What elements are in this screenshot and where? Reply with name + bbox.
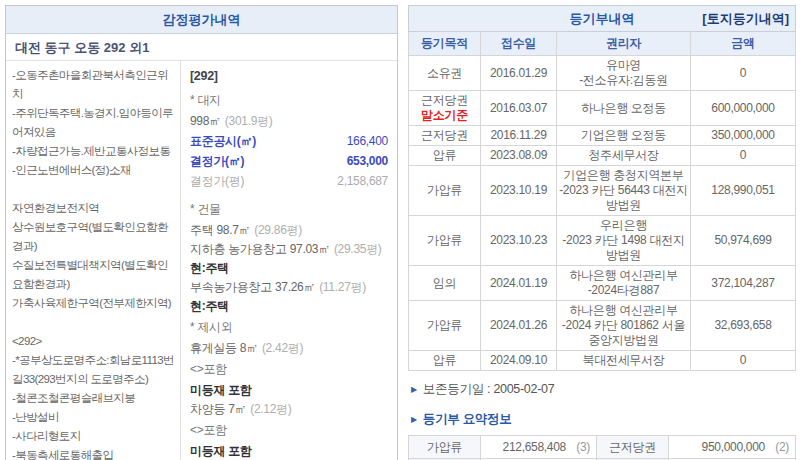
- area-value: 부속농가용창고 37.26㎡: [190, 280, 315, 294]
- col-header-purpose: 등기목적: [409, 32, 481, 56]
- price-label: 결정가(㎡): [190, 152, 244, 171]
- cell-amount: 128,990,051: [691, 166, 796, 216]
- appraisal-panel-title: 감정평가내역: [6, 6, 397, 34]
- area-pyeong: (2.42평): [262, 341, 303, 355]
- current-use-label: 현:주택: [190, 297, 388, 316]
- holder-line: -2023 카단 56443 대전지방법원: [559, 183, 688, 213]
- area-value: 차양등 7㎡: [190, 402, 246, 416]
- cancellation-base-label: 말소기준: [411, 108, 478, 123]
- registry-table: 등기목적 접수일 권리자 금액 소유권 2016.01.29 유마영-전소유자:…: [408, 31, 796, 371]
- note-line-blank: [12, 180, 178, 199]
- col-header-date: 접수일: [481, 32, 557, 56]
- summary-count: (3): [566, 439, 590, 455]
- holder-line: -2023 카단 1498 대전지방법원: [559, 233, 688, 263]
- note-line: -오동주촌마을회관북서측인근위치: [12, 66, 178, 104]
- case-number: -2024타경887: [559, 283, 688, 298]
- appraisal-notes-column: -오동주촌마을회관북서측인근위치 -주위단독주택.농경지.임야등이루어져있음 -…: [6, 61, 181, 460]
- cell-holder: 유마영-전소유자:김동원: [557, 56, 691, 91]
- area-value: 998㎡: [190, 114, 221, 128]
- preservation-date-line: ▶ 보존등기일 : 2005-02-07: [411, 381, 796, 398]
- preservation-date-text: 보존등기일 : 2005-02-07: [423, 381, 554, 398]
- cell-purpose: 근저당권: [409, 126, 481, 146]
- area-value: 휴게실등 8㎡: [190, 341, 258, 355]
- note-line: -북동측세로통해출입: [12, 446, 178, 460]
- cell-holder: 하나은행 여신관리부-2024 카단 801862 서울중앙지방법원: [557, 301, 691, 351]
- note-line: 가축사육제한구역(전부제한지역): [12, 294, 178, 313]
- section-label-extra: * 제시외: [190, 318, 388, 337]
- summary-amount-value: 212,658,408: [503, 440, 566, 454]
- table-row: 소유권 2016.01.29 유마영-전소유자:김동원 0: [409, 56, 796, 91]
- cell-purpose: 임의: [409, 266, 481, 301]
- summary-title-text: 등기부 요약정보: [423, 411, 512, 428]
- included-label: <>포함: [190, 421, 388, 440]
- note-line: -철콘조철콘평슬래브지붕: [12, 389, 178, 408]
- table-row: 근저당권말소기준 2016.03.07 하나은행 오정동 600,000,000: [409, 91, 796, 126]
- registry-panel: 등기부내역 [토지등기내역] 등기목적 접수일 권리자 금액 소유권 2016.…: [408, 5, 796, 460]
- building-area-line: 부속농가용창고 37.26㎡(11.27평): [190, 278, 388, 297]
- land-area-line: 998㎡(301.9평): [190, 112, 388, 131]
- cell-amount: 372,104,287: [691, 266, 796, 301]
- table-header-row: 등기목적 접수일 권리자 금액: [409, 32, 796, 56]
- note-line: 자연환경보전지역: [12, 199, 178, 218]
- cell-date: 2016.01.29: [481, 56, 557, 91]
- current-use-label: 현:주택: [190, 259, 388, 278]
- extra-area-line: 차양등 7㎡(2.12평): [190, 400, 388, 419]
- table-row: 가압류 2023.10.23 우리은행-2023 카단 1498 대전지방법원 …: [409, 216, 796, 266]
- cell-date: 2024.01.19: [481, 266, 557, 301]
- cell-holder: 기업은행 충청지역본부-2023 카단 56443 대전지방법원: [557, 166, 691, 216]
- extra-area-line: 휴게실등 8㎡(2.42평): [190, 339, 388, 358]
- bullet-triangle-icon: ▶: [411, 415, 417, 424]
- summary-label: 근저당권: [597, 436, 669, 459]
- cell-amount: 50,974,699: [691, 216, 796, 266]
- decided-price-pyeong-row: 결정가(평)2,158,687: [190, 172, 388, 191]
- cell-amount: 350,000,000: [691, 126, 796, 146]
- unregistered-label: 미등재 포함: [190, 381, 388, 400]
- official-price-row: 표준공시(㎡)166,400: [190, 132, 388, 151]
- area-pyeong: (29.86평): [254, 223, 302, 237]
- note-line: -난방설비: [12, 408, 178, 427]
- price-label: 표준공시(㎡): [190, 132, 256, 151]
- appraisal-body: -오동주촌마을회관북서측인근위치 -주위단독주택.농경지.임야등이루어져있음 -…: [6, 61, 397, 460]
- cell-amount: 0: [691, 146, 796, 166]
- included-label: <>포함: [190, 360, 388, 379]
- table-row: 압류 2024.09.10 북대전세무서장 0: [409, 351, 796, 371]
- cell-date: 2016.03.07: [481, 91, 557, 126]
- note-line: -사다리형토지: [12, 427, 178, 446]
- note-line: 수질보전특별대책지역(별도확인요함환경과): [12, 256, 178, 294]
- summary-label: 가압류: [409, 436, 481, 459]
- price-value: 653,000: [347, 152, 388, 171]
- cell-holder: 기업은행 오정동: [557, 126, 691, 146]
- cell-amount: 600,000,000: [691, 91, 796, 126]
- holder-line: 하나은행 여신관리부: [559, 303, 688, 318]
- note-line: 상수원보호구역(별도확인요함환경과): [12, 218, 178, 256]
- summary-row: 가압류 212,658,408(3) 근저당권 950,000,000(2): [409, 436, 796, 459]
- bullet-triangle-icon: ▶: [411, 385, 417, 394]
- col-header-amount: 금액: [691, 32, 796, 56]
- holder-line: 기업은행 충청지역본부: [559, 168, 688, 183]
- summary-section-title: ▶ 등기부 요약정보: [411, 411, 796, 428]
- note-line: -주위단독주택.농경지.임야등이루어져있음: [12, 104, 178, 142]
- area-value: 지하층 농가용창고 97.03㎡: [190, 242, 330, 256]
- note-line: -차량접근가능.제반교통사정보통: [12, 142, 178, 161]
- registry-panel-title: 등기부내역: [570, 10, 635, 28]
- property-address: 대전 동구 오동 292 외1: [6, 34, 397, 61]
- cell-holder: 하나은행 오정동: [557, 91, 691, 126]
- cell-purpose: 압류: [409, 146, 481, 166]
- registry-panel-title-bar: 등기부내역 [토지등기내역]: [408, 5, 796, 32]
- summary-amount-value: 950,000,000: [702, 440, 765, 454]
- price-value: 166,400: [347, 132, 388, 151]
- area-value: 주택 98.7㎡: [190, 223, 250, 237]
- decided-price-sqm-row: 결정가(㎡)653,000: [190, 152, 388, 171]
- cell-purpose: 가압류: [409, 216, 481, 266]
- summary-amount: 212,658,408(3): [481, 436, 597, 459]
- cell-date: 2023.10.23: [481, 216, 557, 266]
- cell-holder: 우리은행-2023 카단 1498 대전지방법원: [557, 216, 691, 266]
- cell-purpose: 압류: [409, 351, 481, 371]
- table-row: 가압류 2024.01.26 하나은행 여신관리부-2024 카단 801862…: [409, 301, 796, 351]
- cell-purpose: 근저당권말소기준: [409, 91, 481, 126]
- price-value: 2,158,687: [337, 172, 388, 191]
- holder-line: 우리은행: [559, 218, 688, 233]
- parcel-code: [292]: [190, 67, 388, 86]
- holder-line: -전소유자:김동원: [559, 73, 688, 88]
- holder-line: -2024 카단 801862 서울중앙지방법원: [559, 318, 688, 348]
